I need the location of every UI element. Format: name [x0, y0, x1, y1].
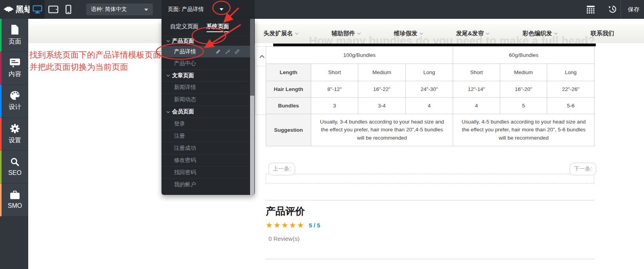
tab-custom-pages[interactable]: 自定义页面 [170, 23, 199, 32]
section-label: 文章页面 [172, 72, 194, 79]
table-cell: 24"-30" [406, 81, 453, 98]
gear-icon [10, 124, 20, 134]
table-cell: 4 [406, 98, 453, 114]
table-cell: Long [406, 64, 453, 81]
menu-item-change-password[interactable]: 修改密码 [161, 154, 255, 166]
menu-item-register[interactable]: 注册 [161, 130, 255, 142]
page-selector[interactable]: 页面: 产品详情 [161, 0, 255, 19]
section-label: 产品页面 [172, 38, 194, 45]
table-row-length: Length Short Medium Long Short Medium Lo… [266, 64, 595, 81]
sidebar-item-label: 内容 [9, 70, 21, 78]
suggestion-cell-60g: Usually, 4-5 bundles according to your h… [453, 114, 595, 146]
link-icon[interactable] [234, 49, 240, 54]
previous-item-button[interactable]: 上一条: [268, 163, 295, 175]
annotation-note: 找到系统页面下的产品详情模板页面 并把此页面切换为当前页面 [29, 49, 161, 73]
nav-item-label: 发尾&发帘 [456, 30, 484, 37]
sidebar-item-pages[interactable]: 页面 [0, 19, 28, 52]
section-product-pages[interactable]: 产品页面 [161, 36, 255, 45]
nav-item-label: 头发扩展名 [263, 30, 293, 37]
save-button-label: 保存 [628, 6, 640, 13]
suggestion-cell-100g: Usually, 3-4 bundles according to your h… [311, 114, 453, 146]
table-cell: 16"-22" [358, 81, 406, 98]
table-cell: 8"-12" [311, 81, 358, 98]
table-cell: 3-4 [358, 98, 406, 114]
nav-item-tails-curtains[interactable]: 发尾&发帘 [456, 30, 489, 37]
rating-row: ★★★★★ 5 / 5 [266, 220, 320, 230]
chevron-down-icon [357, 31, 361, 34]
sidebar-item-smo[interactable]: SMO [0, 184, 28, 216]
next-item-button[interactable]: 下一条: [570, 163, 596, 175]
table-cell: Medium [500, 64, 547, 81]
sidebar-item-content[interactable]: 内容 [0, 52, 28, 85]
content-icon [9, 58, 20, 67]
page-icon [10, 24, 20, 35]
chevron-down-icon [554, 31, 557, 34]
tablet-icon [48, 5, 58, 13]
menu-item-label: 新闻详情 [174, 84, 196, 91]
language-label: 语种: 简体中文 [91, 6, 127, 13]
scrollbar-thumb[interactable] [250, 19, 254, 96]
grid-button[interactable] [586, 5, 595, 14]
menu-item-retrieve-password[interactable]: 找回密码 [161, 166, 255, 178]
mobile-view-button[interactable] [62, 0, 74, 19]
tablet-view-button[interactable] [46, 0, 60, 19]
group-header-60g: 60g/Bundles [453, 47, 595, 64]
app-logo[interactable]: 黑蝠 [3, 0, 33, 19]
menu-item-product-center[interactable]: 产品中心 [161, 57, 255, 69]
palette-icon [10, 91, 20, 100]
nav-item-contact-us[interactable]: 联系我们 [591, 30, 614, 37]
menu-item-login[interactable]: 登录 [161, 118, 255, 130]
table-cell: Long [547, 64, 595, 81]
menu-item-label: 新闻动态 [174, 96, 196, 103]
nav-item-accessories[interactable]: 辅助部件 [332, 30, 360, 37]
page-selector-label: 页面: 产品详情 [168, 6, 204, 13]
menu-item-register-success[interactable]: 注册成功 [161, 142, 255, 154]
search-icon [10, 157, 20, 167]
row-label: Length [266, 64, 311, 81]
menu-item-news-detail[interactable]: 新闻详情 [161, 81, 255, 93]
language-selector[interactable]: 语种: 简体中文 [86, 4, 153, 15]
chevron-down-icon [486, 31, 489, 34]
table-cell: 12"-14" [453, 81, 500, 98]
section-article-pages[interactable]: 文章页面 [161, 69, 255, 81]
menu-item-news-updates[interactable]: 新闻动态 [161, 93, 255, 105]
section-member-pages[interactable]: 会员页面 [161, 105, 255, 118]
chevron-down-icon [295, 31, 298, 34]
edit-pencil-icon[interactable] [216, 49, 221, 54]
briefcase-icon [10, 191, 20, 200]
sidebar-item-design[interactable]: 设计 [0, 85, 28, 118]
table-row-hair-length: Hair Length 8"-12" 16"-22" 24"-30" 12"-1… [266, 81, 595, 98]
review-count: 0 Review(s) [268, 235, 299, 242]
save-button[interactable]: 保存 [626, 0, 641, 19]
table-row-bundles: Bundles 3 3-4 4 4 5 5-6 [266, 98, 595, 114]
nav-item-virgin-wigs[interactable]: 维珍假发 [394, 30, 423, 37]
desktop-view-button[interactable] [30, 0, 45, 19]
sidebar-item-seo[interactable]: SEO [0, 151, 28, 184]
menu-item-label: 产品详情 [174, 48, 196, 55]
table-cell: 5 [500, 98, 547, 114]
table-cell: 22"-26" [547, 81, 595, 98]
history-button[interactable] [608, 5, 617, 13]
nav-item-label: 维珍假发 [394, 30, 417, 37]
wrench-icon[interactable] [225, 49, 230, 54]
table-cell: 5-6 [547, 98, 595, 114]
row-action-icons [216, 49, 240, 54]
page-selector-caret-icon[interactable] [220, 8, 223, 11]
menu-item-my-account[interactable]: 我的帐户 [161, 178, 255, 191]
sidebar-item-label: SMO [8, 202, 22, 209]
sidebar-item-label: 设置 [9, 136, 21, 145]
nav-item-colored-weave[interactable]: 彩色编织发 [522, 30, 557, 37]
sidebar-item-label: 设计 [9, 103, 21, 111]
menu-item-product-detail[interactable]: 产品详情 [161, 45, 255, 57]
dropdown-scrollbar[interactable] [250, 19, 254, 195]
annotation-line-1: 找到系统页面下的产品详情模板页面 [29, 49, 161, 61]
section-label: 会员页面 [172, 108, 194, 115]
app-window: 黑蝠 语种: 简体中文 页面: 产品详情 [0, 0, 644, 269]
sidebar-item-settings[interactable]: 设置 [0, 118, 28, 151]
mobile-icon [65, 5, 71, 14]
desktop-icon [33, 5, 42, 14]
tab-system-pages[interactable]: 系统页面 [207, 23, 229, 32]
nav-item-hair-extensions[interactable]: 头发扩展名 [263, 30, 298, 37]
row-label: Bundles [266, 98, 311, 114]
section-divider [266, 200, 594, 200]
